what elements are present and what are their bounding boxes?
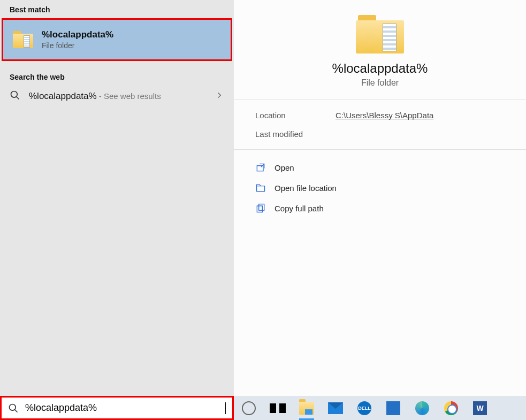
search-icon xyxy=(8,403,19,414)
text-caret xyxy=(225,402,226,414)
app-icon[interactable] xyxy=(384,399,403,418)
preview-subtitle: File folder xyxy=(361,78,399,88)
svg-rect-9 xyxy=(279,403,286,413)
details-section: Location C:\Users\Blessy S\AppData Last … xyxy=(234,100,526,150)
actions-section: Open Open file location Copy full path xyxy=(234,150,526,218)
taskbar: %localappdata% DELL W xyxy=(0,396,526,420)
svg-point-0 xyxy=(11,91,18,98)
open-action[interactable]: Open xyxy=(255,157,526,178)
file-explorer-icon[interactable] xyxy=(297,399,316,418)
preview-header: %localappdata% File folder xyxy=(234,0,526,100)
results-pane: Best match %localappdata% File folder Se… xyxy=(0,0,234,396)
copy-path-label: Copy full path xyxy=(275,204,324,213)
taskbar-icons: DELL W xyxy=(234,396,495,420)
cortana-icon[interactable] xyxy=(239,399,258,418)
svg-line-1 xyxy=(17,97,19,100)
preview-title: %localappdata% xyxy=(332,61,428,76)
folder-icon xyxy=(13,31,33,48)
copy-path-action[interactable]: Copy full path xyxy=(255,198,526,218)
svg-point-6 xyxy=(10,404,16,410)
mail-icon[interactable] xyxy=(326,399,345,418)
location-link[interactable]: C:\Users\Blessy S\AppData xyxy=(336,111,433,120)
search-icon xyxy=(10,90,20,103)
svg-rect-4 xyxy=(259,204,264,211)
task-view-icon[interactable] xyxy=(268,399,287,418)
word-icon[interactable]: W xyxy=(470,399,490,418)
folder-icon xyxy=(356,15,404,54)
chevron-right-icon xyxy=(216,91,223,101)
edge-icon[interactable] xyxy=(413,399,432,418)
web-result[interactable]: %localappdata% - See web results xyxy=(0,86,234,107)
web-term: %localappdata% xyxy=(29,91,97,101)
web-header: Search the web xyxy=(0,67,234,86)
open-location-label: Open file location xyxy=(275,184,337,193)
chrome-icon[interactable] xyxy=(441,399,461,418)
open-location-action[interactable]: Open file location xyxy=(255,178,526,198)
preview-pane: %localappdata% File folder Location C:\U… xyxy=(234,0,526,396)
best-match-result[interactable]: %localappdata% File folder xyxy=(2,18,232,61)
svg-rect-2 xyxy=(257,166,263,171)
modified-label: Last modified xyxy=(255,129,303,139)
taskbar-search-box[interactable]: %localappdata% xyxy=(0,396,234,420)
best-match-header: Best match xyxy=(0,0,234,18)
open-label: Open xyxy=(275,163,294,172)
svg-rect-8 xyxy=(270,403,276,413)
search-input[interactable]: %localappdata% xyxy=(25,402,219,414)
best-match-subtitle: File folder xyxy=(42,41,113,50)
best-match-title: %localappdata% xyxy=(42,29,113,40)
dell-icon[interactable]: DELL xyxy=(355,399,374,418)
search-panel: Best match %localappdata% File folder Se… xyxy=(0,0,526,396)
svg-rect-5 xyxy=(257,206,262,212)
svg-line-7 xyxy=(15,409,18,412)
web-hint: - See web results xyxy=(97,91,161,101)
location-label: Location xyxy=(255,111,303,120)
